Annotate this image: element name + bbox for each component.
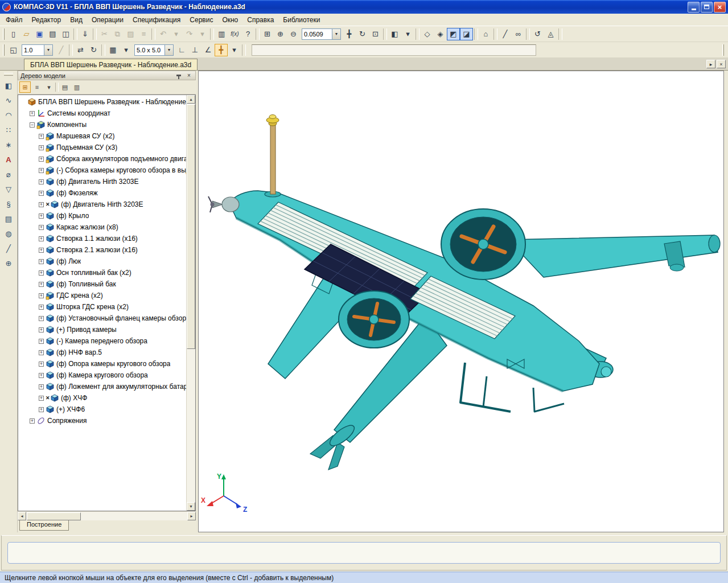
tree-item[interactable]: ✕: [18, 415, 186, 426]
reports-tool[interactable]: ▤: [2, 212, 15, 225]
perspective-button[interactable]: ⌂: [479, 28, 492, 40]
3d-viewport[interactable]: Y X Z: [198, 71, 724, 532]
zoom-out-button[interactable]: ⊖: [287, 28, 300, 40]
zoom-in-button[interactable]: ⊕: [274, 28, 287, 40]
tree-expander[interactable]: [39, 350, 44, 355]
surfaces-tool[interactable]: ◠: [2, 108, 15, 122]
menu-item[interactable]: Редактор: [27, 14, 66, 26]
tree-vertical-scrollbar[interactable]: ▴ ▾: [186, 95, 195, 511]
uav-model-drawing[interactable]: Y X Z: [199, 71, 724, 532]
tree-expander[interactable]: [39, 293, 44, 298]
print-button[interactable]: ▤: [46, 28, 59, 40]
display-shaded-button[interactable]: ◩: [447, 28, 460, 40]
scrollbar-track[interactable]: [187, 350, 195, 502]
tree-item[interactable]: ✕: [18, 199, 186, 210]
undo-button[interactable]: ↶: [157, 28, 170, 40]
tree-expander[interactable]: [30, 122, 35, 128]
tree-item[interactable]: ✕: [18, 256, 186, 267]
tree-expander[interactable]: [39, 236, 44, 241]
tree-expander[interactable]: [39, 384, 44, 389]
copy-properties-button[interactable]: ≡: [137, 28, 150, 40]
edit-in-place-button[interactable]: ╱: [499, 28, 512, 40]
sketch-tool[interactable]: ╱: [2, 241, 15, 255]
tree-panel-header[interactable]: Дерево модели ×: [18, 71, 196, 80]
open-button[interactable]: ▱: [20, 28, 33, 40]
close-button[interactable]: ×: [714, 2, 726, 13]
redo-button[interactable]: ↷: [183, 28, 196, 40]
new-document-button[interactable]: ▯: [7, 28, 20, 40]
move-component-button[interactable]: ⇄: [74, 44, 87, 56]
tree-item[interactable]: ✕: [18, 267, 186, 278]
maximize-button[interactable]: [701, 2, 713, 13]
tree-expander[interactable]: [39, 396, 44, 401]
snaps-button[interactable]: ╋: [215, 44, 228, 56]
tree-item[interactable]: ✕: [18, 233, 186, 244]
menu-item[interactable]: Операции: [87, 14, 128, 26]
tree-item[interactable]: ✕: [18, 244, 186, 256]
spatial-curves-tool[interactable]: ∿: [2, 93, 15, 107]
toolbar-grip[interactable]: [3, 44, 5, 56]
property-bar-field[interactable]: [7, 542, 721, 564]
tree-expander[interactable]: [39, 202, 44, 207]
scrollbar-thumb[interactable]: [27, 512, 81, 520]
tree-expander[interactable]: [39, 362, 44, 367]
save-button[interactable]: ▣: [33, 28, 46, 40]
title-bar[interactable]: КОМПАС-3D V11 - БПЛА ВВП Шершень Разведч…: [0, 0, 728, 14]
tree-expander[interactable]: [39, 157, 44, 162]
scroll-down-button[interactable]: ▾: [187, 502, 195, 511]
tree-expander[interactable]: [39, 407, 44, 412]
print-preview-button[interactable]: ◫: [59, 28, 72, 40]
tree-expander[interactable]: [39, 282, 44, 287]
document-tab[interactable]: БПЛА ВВП Шершень Разведчик - Наблюдение.…: [24, 59, 198, 70]
rotate-view-button[interactable]: ↻: [356, 28, 369, 40]
tree-item[interactable]: ✕: [18, 404, 186, 415]
mates-button[interactable]: ∞: [512, 28, 525, 40]
tree-item[interactable]: ✕: [18, 358, 186, 369]
rebuild-button[interactable]: ↺: [531, 28, 544, 40]
minimize-button[interactable]: [688, 2, 700, 13]
edit-part-tool[interactable]: ◧: [2, 79, 15, 92]
zoom-value-input[interactable]: [302, 29, 332, 39]
tree-item[interactable]: ✕: [18, 369, 186, 381]
tree-expander[interactable]: [39, 327, 44, 332]
toolbar-grip[interactable]: [722, 44, 724, 56]
menu-item[interactable]: Библиотеки: [278, 14, 324, 26]
pan-button[interactable]: ╋: [343, 28, 356, 40]
tree-item[interactable]: ✕: [18, 221, 186, 233]
tree-expander[interactable]: [39, 305, 44, 310]
tree-expander[interactable]: [39, 214, 44, 219]
tree-expander[interactable]: [39, 373, 44, 378]
insert-from-file-button[interactable]: ⇓: [79, 28, 92, 40]
pin-panel-button[interactable]: [175, 72, 183, 79]
scroll-right-button[interactable]: ▸: [187, 512, 196, 520]
tree-item[interactable]: ✕: [18, 108, 186, 119]
tree-item[interactable]: ✕: [18, 301, 186, 313]
toolbar-grip[interactable]: [4, 73, 13, 76]
grid-step-input[interactable]: [135, 45, 164, 55]
scroll-left-button[interactable]: ◂: [18, 512, 26, 520]
scale-combo-arrow[interactable]: ▾: [44, 45, 52, 55]
tree-item[interactable]: ✕: [18, 119, 186, 130]
redo-list-arrow[interactable]: ▾: [196, 28, 209, 40]
tree-item[interactable]: ✕: [18, 392, 186, 404]
sketch-button[interactable]: ╱: [55, 44, 68, 56]
tree-display-mode-button[interactable]: ≡: [31, 81, 43, 93]
tree-item[interactable]: ✕: [18, 165, 186, 176]
tree-item[interactable]: ✕: [18, 210, 186, 221]
tree-expander[interactable]: [39, 270, 44, 276]
rotate-component-button[interactable]: ↻: [87, 44, 100, 56]
tree-expander[interactable]: [39, 248, 44, 253]
tree-expander[interactable]: [39, 225, 44, 230]
grid-list-arrow[interactable]: ▾: [120, 44, 133, 56]
zoom-combo-arrow[interactable]: ▾: [332, 29, 340, 39]
document-structure-button[interactable]: ▤: [59, 81, 71, 93]
tree-expander[interactable]: [30, 418, 35, 424]
toolbar-grip[interactable]: [3, 28, 5, 40]
tree-horizontal-scrollbar[interactable]: ◂ ▸: [18, 511, 196, 520]
scroll-up-button[interactable]: ▴: [187, 95, 195, 104]
zoom-fit-button[interactable]: ⊡: [369, 28, 382, 40]
orientation-list-arrow[interactable]: ▾: [401, 28, 414, 40]
zoom-tool[interactable]: ⊕: [2, 256, 15, 270]
local-csys-button[interactable]: ∟: [175, 44, 188, 56]
menu-item[interactable]: Окно: [217, 14, 242, 26]
